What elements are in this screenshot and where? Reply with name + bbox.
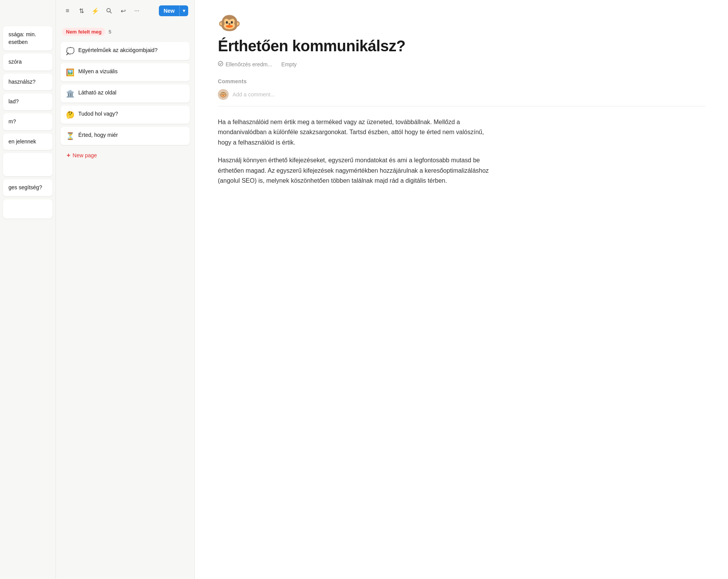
list-item[interactable]: szóra	[3, 54, 52, 71]
empty-meta-item[interactable]: Empty	[281, 61, 297, 67]
list-item[interactable]	[3, 199, 52, 219]
comment-input[interactable]: Add a comment...	[233, 91, 275, 98]
list-item[interactable]: m?	[3, 113, 52, 130]
list-item[interactable]: használsz?	[3, 74, 52, 91]
toolbar: ≡ ⇅ ⚡ ↩ ··· New ▾	[56, 0, 194, 22]
card-title-2: Látható az oldal	[78, 89, 116, 97]
menu-icon[interactable]: ≡	[62, 5, 73, 16]
card-title-3: Tudod hol vagy?	[78, 110, 118, 118]
card-emoji-0: 💭	[66, 47, 74, 56]
list-item[interactable]: lad?	[3, 93, 52, 110]
sort-icon[interactable]: ⇅	[76, 5, 87, 16]
card-emoji-3: 🤔	[66, 111, 74, 119]
list-item[interactable]: en jelennek	[3, 133, 52, 150]
check-label: Ellenőrzés eredm...	[226, 61, 272, 67]
comments-section: Comments 🐵 Add a comment...	[218, 78, 705, 106]
chevron-down-icon: ▾	[180, 6, 188, 16]
card-title-0: Egyértelműek az akciógombjaid?	[78, 47, 157, 54]
card-emoji-4: ⏳	[66, 132, 74, 140]
more-icon[interactable]: ···	[131, 5, 142, 16]
svg-point-2	[218, 61, 223, 66]
new-page-label: New page	[72, 152, 97, 158]
sidebar: ≡ ⇅ ⚡ ↩ ··· New ▾ Nem felelt meg 5 💭 Egy…	[56, 0, 195, 579]
list-item[interactable]	[3, 153, 52, 176]
left-panel: ssága: min. esetben szóra használsz? lad…	[0, 0, 56, 579]
card-3[interactable]: 🤔 Tudod hol vagy?	[61, 106, 190, 124]
body-paragraph-2: Használj könnyen érthető kifejezéseket, …	[218, 155, 495, 186]
kanban-area: Nem felelt meg 5 💭 Egyértelműek az akció…	[56, 22, 194, 579]
avatar-emoji: 🐵	[219, 91, 227, 98]
check-icon	[218, 61, 223, 67]
new-page-button[interactable]: + New page	[62, 148, 188, 163]
svg-line-1	[110, 12, 111, 13]
check-meta-item[interactable]: Ellenőrzés eredm...	[218, 61, 272, 67]
card-1[interactable]: 🖼️ Milyen a vizuális	[61, 63, 190, 81]
comment-input-row: 🐵 Add a comment...	[218, 89, 705, 106]
back-icon[interactable]: ↩	[118, 5, 128, 16]
card-4[interactable]: ⏳ Érted, hogy miér	[61, 127, 190, 145]
empty-label: Empty	[281, 61, 297, 67]
search-icon[interactable]	[104, 5, 115, 16]
page-body: Ha a felhasználóid nem értik meg a termé…	[218, 117, 495, 186]
list-item[interactable]: ssága: min. esetben	[3, 26, 52, 50]
card-emoji-2: 🏛️	[66, 89, 74, 98]
card-emoji-1: 🖼️	[66, 68, 74, 77]
left-panel-cards: ssága: min. esetben szóra használsz? lad…	[0, 23, 56, 222]
plus-icon: +	[67, 152, 70, 159]
main-content: 🐵 Érthetően kommunikálsz? Ellenőrzés ere…	[195, 0, 728, 579]
new-button[interactable]: New ▾	[159, 5, 188, 16]
lightning-icon[interactable]: ⚡	[90, 5, 101, 16]
avatar: 🐵	[218, 89, 229, 100]
page-meta: Ellenőrzés eredm... Empty	[218, 61, 705, 67]
card-title-4: Érted, hogy miér	[78, 131, 118, 139]
body-paragraph-1: Ha a felhasználóid nem értik meg a termé…	[218, 117, 495, 148]
column-count: 5	[108, 29, 111, 35]
card-2[interactable]: 🏛️ Látható az oldal	[61, 84, 190, 103]
comments-label: Comments	[218, 78, 705, 84]
new-button-label: New	[159, 5, 179, 16]
column-label: Nem felelt meg	[62, 28, 105, 36]
list-item[interactable]: ges segítség?	[3, 179, 52, 196]
card-title-1: Milyen a vizuális	[78, 68, 118, 76]
page-emoji: 🐵	[218, 12, 705, 34]
card-0[interactable]: 💭 Egyértelműek az akciógombjaid?	[61, 42, 190, 60]
page-title: Érthetően kommunikálsz?	[218, 37, 705, 55]
column-header: Nem felelt meg 5	[61, 25, 190, 39]
